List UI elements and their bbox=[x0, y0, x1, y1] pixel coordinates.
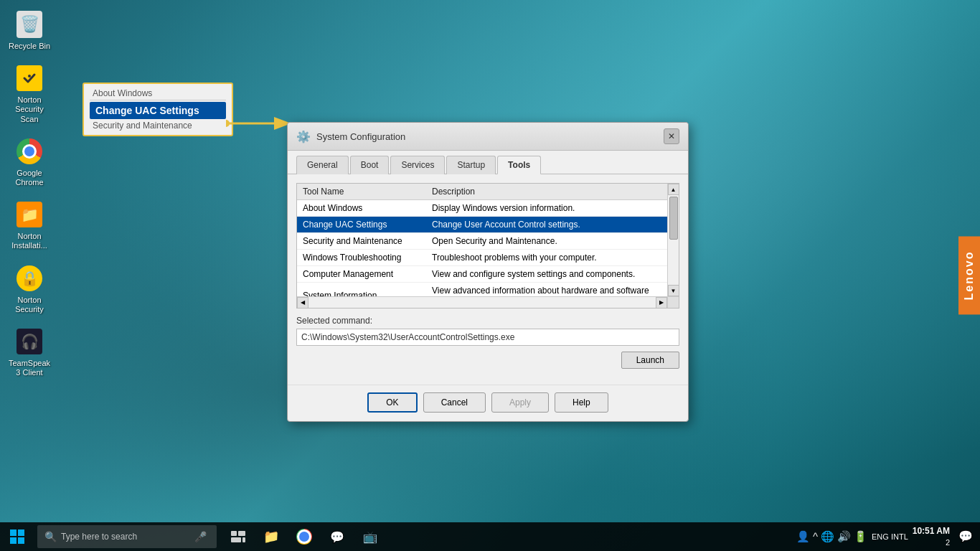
system-configuration-dialog: ⚙️ System Configuration ✕ General Boot S… bbox=[287, 122, 689, 422]
tray-battery-icon: 🔋 bbox=[854, 530, 867, 543]
norton-security-icon: 🔒 bbox=[15, 264, 44, 293]
callout-annotation: About Windows Change UAC Settings Securi… bbox=[83, 83, 233, 136]
launch-button-row: Launch bbox=[296, 352, 679, 369]
taskbar-file-explorer[interactable]: 📁 bbox=[255, 522, 287, 551]
dialog-title-area: ⚙️ System Configuration bbox=[296, 130, 405, 143]
taskbar-clock[interactable]: 10:51 AM 2 bbox=[913, 526, 950, 547]
tab-services[interactable]: Services bbox=[390, 156, 445, 174]
horizontal-scrollbar[interactable]: ◀ ▶ bbox=[297, 296, 667, 308]
norton-installer-label: Norton Installati... bbox=[6, 232, 52, 250]
selected-command-label: Selected command: bbox=[296, 316, 679, 326]
taskbar-teams[interactable]: 💬 bbox=[321, 522, 353, 551]
launch-button[interactable]: Launch bbox=[621, 352, 679, 369]
selected-command-input[interactable] bbox=[296, 329, 679, 346]
vertical-scrollbar[interactable]: ▲ ▼ bbox=[667, 184, 679, 296]
desktop-icon-recycle-bin[interactable]: 🗑️ Recycle Bin bbox=[4, 7, 55, 54]
taskbar-search-bar[interactable]: 🔍 🎤 bbox=[37, 525, 217, 548]
tab-boot[interactable]: Boot bbox=[350, 156, 390, 174]
dialog-app-icon: ⚙️ bbox=[296, 130, 311, 143]
table-row[interactable]: About WindowsDisplay Windows version inf… bbox=[297, 200, 667, 217]
taskbar-date-display: 2 bbox=[913, 537, 950, 547]
tab-tools[interactable]: Tools bbox=[497, 156, 541, 174]
task-view-icon bbox=[231, 531, 245, 542]
callout-security-text: Security and Maintenance bbox=[90, 119, 226, 132]
norton-scan-icon bbox=[15, 64, 44, 93]
dialog-window: ⚙️ System Configuration ✕ General Boot S… bbox=[287, 122, 689, 422]
table-row[interactable]: Change UAC SettingsChange User Account C… bbox=[297, 217, 667, 233]
tools-table-container: Tool Name Description About WindowsDispl… bbox=[296, 183, 679, 309]
desktop-icon-teamspeak[interactable]: 🎧 TeamSpeak 3 Client bbox=[4, 324, 55, 380]
action-center-icon[interactable]: 💬 bbox=[958, 529, 973, 543]
table-row[interactable]: Computer ManagementView and configure sy… bbox=[297, 266, 667, 283]
col-tool-name: Tool Name bbox=[297, 184, 426, 200]
svg-rect-6 bbox=[10, 537, 17, 544]
taskbar-task-view[interactable] bbox=[222, 522, 254, 551]
desktop-icon-google-chrome[interactable]: Google Chrome bbox=[4, 134, 55, 190]
svg-rect-9 bbox=[238, 531, 245, 536]
desktop-icon-norton-scan[interactable]: Norton Security Scan bbox=[4, 61, 55, 127]
scroll-up-button[interactable]: ▲ bbox=[668, 184, 679, 195]
selected-command-section: Selected command: bbox=[296, 316, 679, 346]
chrome-icon bbox=[15, 137, 44, 166]
col-description: Description bbox=[426, 184, 667, 200]
svg-rect-10 bbox=[231, 537, 241, 542]
callout-about-text: About Windows bbox=[90, 87, 226, 100]
dialog-titlebar: ⚙️ System Configuration ✕ bbox=[288, 123, 688, 151]
lenovo-branding: Lenovo bbox=[958, 237, 980, 315]
dialog-content: Tool Name Description About WindowsDispl… bbox=[288, 174, 688, 377]
search-input[interactable] bbox=[61, 532, 190, 542]
windows-icon bbox=[10, 529, 24, 544]
svg-rect-4 bbox=[10, 529, 17, 536]
svg-point-1 bbox=[28, 75, 31, 77]
dialog-close-button[interactable]: ✕ bbox=[664, 128, 679, 144]
tray-language: ENG INTL bbox=[872, 532, 908, 541]
tray-icons-group: 👤 ^ 🌐 🔊 🔋 bbox=[796, 530, 867, 543]
cancel-button[interactable]: Cancel bbox=[423, 392, 486, 413]
svg-rect-8 bbox=[231, 531, 237, 536]
taskbar-time-display: 10:51 AM bbox=[913, 526, 950, 537]
tray-chevron-icon[interactable]: ^ bbox=[813, 530, 818, 542]
svg-rect-0 bbox=[19, 67, 40, 89]
scroll-thumb[interactable] bbox=[669, 197, 678, 240]
svg-rect-7 bbox=[18, 537, 24, 544]
scroll-right-button[interactable]: ▶ bbox=[656, 297, 667, 309]
help-button[interactable]: Help bbox=[555, 392, 608, 413]
start-button[interactable] bbox=[0, 522, 34, 551]
search-icon: 🔍 bbox=[44, 531, 57, 542]
apply-button[interactable]: Apply bbox=[491, 392, 549, 413]
h-scroll-track[interactable] bbox=[308, 297, 656, 308]
scroll-down-button[interactable]: ▼ bbox=[668, 285, 679, 296]
tab-startup[interactable]: Startup bbox=[446, 156, 496, 174]
table-row[interactable]: System InformationView advanced informat… bbox=[297, 283, 667, 298]
dialog-title-text: System Configuration bbox=[316, 131, 405, 142]
tab-general[interactable]: General bbox=[296, 156, 349, 174]
desktop-icon-norton-security[interactable]: 🔒 Norton Security bbox=[4, 261, 55, 317]
scrollbar-corner bbox=[667, 296, 679, 308]
chrome-label: Google Chrome bbox=[6, 169, 52, 187]
taskbar-extra[interactable]: 📺 bbox=[354, 522, 386, 551]
ok-button[interactable]: OK bbox=[367, 392, 417, 413]
dialog-tabs: General Boot Services Startup Tools bbox=[288, 151, 688, 174]
recycle-bin-icon: 🗑️ bbox=[15, 10, 44, 39]
teamspeak-icon: 🎧 bbox=[15, 327, 44, 356]
callout-selected-text: Change UAC Settings bbox=[90, 102, 226, 119]
teamspeak-label: TeamSpeak 3 Client bbox=[6, 359, 52, 377]
table-row[interactable]: Windows TroubleshootingTroubleshoot prob… bbox=[297, 250, 667, 266]
norton-installer-icon: 📁 bbox=[15, 200, 44, 229]
taskbar-pinned-items: 📁 💬 📺 bbox=[220, 522, 789, 551]
desktop-icons-container: 🗑️ Recycle Bin Norton Security Scan Goog… bbox=[0, 0, 59, 387]
norton-scan-label: Norton Security Scan bbox=[6, 95, 52, 124]
taskbar: 🔍 🎤 📁 💬 📺 👤 ^ 🌐 🔊 🔋 ENG INTL bbox=[0, 522, 980, 551]
tray-volume-icon: 🔊 bbox=[837, 530, 851, 543]
svg-rect-11 bbox=[242, 537, 245, 542]
dialog-footer-buttons: OK Cancel Apply Help bbox=[288, 385, 688, 421]
tools-table-inner: Tool Name Description About WindowsDispl… bbox=[297, 184, 667, 298]
table-row[interactable]: Security and MaintenanceOpen Security an… bbox=[297, 233, 667, 250]
svg-rect-5 bbox=[18, 529, 24, 536]
taskbar-chrome[interactable] bbox=[288, 522, 320, 551]
desktop-icon-norton-installer[interactable]: 📁 Norton Installati... bbox=[4, 197, 55, 253]
tools-table: Tool Name Description About WindowsDispl… bbox=[297, 184, 667, 298]
microphone-icon: 🎤 bbox=[194, 531, 207, 542]
scroll-left-button[interactable]: ◀ bbox=[297, 297, 308, 309]
system-tray: 👤 ^ 🌐 🔊 🔋 ENG INTL 10:51 AM 2 💬 bbox=[789, 526, 980, 547]
